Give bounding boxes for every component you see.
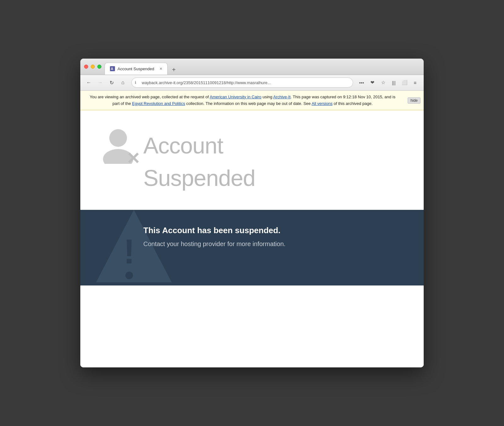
url-text: wayback.archive-it.org/2358/201511100912… bbox=[142, 80, 271, 85]
user-icon-container: ✕ bbox=[99, 126, 137, 165]
back-button[interactable]: ← bbox=[84, 78, 94, 87]
suspended-body: Contact your hosting provider for more i… bbox=[143, 240, 405, 248]
bookmark-button[interactable]: ☆ bbox=[378, 78, 388, 87]
pocket-button[interactable]: ❤ bbox=[368, 78, 377, 87]
window-controls bbox=[84, 65, 101, 69]
account-title: Account bbox=[143, 134, 223, 157]
banner-text-using: using bbox=[261, 95, 273, 99]
x-icon: ✕ bbox=[126, 150, 140, 167]
sidebar-button[interactable]: ⬜ bbox=[400, 78, 409, 87]
tabs-area: A Account Suspended × + bbox=[105, 59, 420, 75]
web-content: You are viewing an archived web page, co… bbox=[80, 91, 424, 368]
active-tab[interactable]: A Account Suspended × bbox=[105, 63, 168, 75]
banner-text-collection: collection. The information on this web … bbox=[185, 101, 312, 106]
toolbar-right: ••• ❤ ☆ ||| ⬜ ≡ bbox=[357, 78, 420, 87]
page-footer bbox=[80, 285, 424, 367]
tab-close-button[interactable]: × bbox=[160, 66, 162, 71]
suspended-top: ✕ Account Suspended bbox=[80, 110, 424, 210]
address-bar[interactable]: ℹ wayback.archive-it.org/2358/2015111009… bbox=[131, 78, 353, 88]
hide-banner-button[interactable]: hide bbox=[408, 97, 421, 104]
reading-list-button[interactable]: ||| bbox=[389, 78, 398, 87]
browser-window: A Account Suspended × + ← → ↻ ⌂ ℹ waybac… bbox=[80, 59, 424, 368]
banner-text-prefix: You are viewing an archived web page, co… bbox=[90, 95, 210, 99]
warning-triangle-bg: ! bbox=[93, 210, 175, 285]
minimize-button[interactable] bbox=[91, 65, 95, 69]
home-button[interactable]: ⌂ bbox=[118, 78, 128, 87]
svg-point-2 bbox=[109, 129, 127, 147]
forward-button[interactable]: → bbox=[95, 78, 105, 87]
maximize-button[interactable] bbox=[97, 65, 101, 69]
more-button[interactable]: ••• bbox=[357, 78, 366, 87]
banner-text-end: of this archived page. bbox=[333, 101, 373, 106]
suspended-heading: This Account has been suspended. bbox=[143, 226, 405, 235]
close-button[interactable] bbox=[84, 65, 88, 69]
archive-banner: You are viewing an archived web page, co… bbox=[80, 91, 424, 111]
suspended-bottom: ! This Account has been suspended. Conta… bbox=[80, 210, 424, 285]
svg-text:!: ! bbox=[123, 232, 135, 271]
title-bar: A Account Suspended × + bbox=[80, 59, 424, 75]
toolbar: ← → ↻ ⌂ ℹ wayback.archive-it.org/2358/20… bbox=[80, 75, 424, 91]
svg-point-6 bbox=[125, 272, 133, 279]
archive-link-versions[interactable]: All versions bbox=[312, 101, 332, 106]
warning-background: ! bbox=[90, 210, 178, 285]
archive-link-archiveit[interactable]: Archive-It bbox=[273, 95, 290, 99]
lock-icon: ℹ bbox=[135, 80, 136, 85]
new-tab-button[interactable]: + bbox=[169, 65, 179, 75]
menu-button[interactable]: ≡ bbox=[410, 78, 420, 87]
reload-button[interactable]: ↻ bbox=[107, 78, 116, 87]
suspended-title-line2: Suspended bbox=[143, 165, 255, 191]
suspended-header: ✕ Account bbox=[99, 126, 223, 165]
svg-text:A: A bbox=[111, 67, 113, 71]
archive-link-auc[interactable]: American University in Cairo bbox=[210, 95, 261, 99]
tab-title: Account Suspended bbox=[117, 66, 154, 71]
tab-favicon: A bbox=[110, 66, 115, 71]
archive-link-collection[interactable]: Egypt Revolution and Politics bbox=[132, 101, 185, 106]
